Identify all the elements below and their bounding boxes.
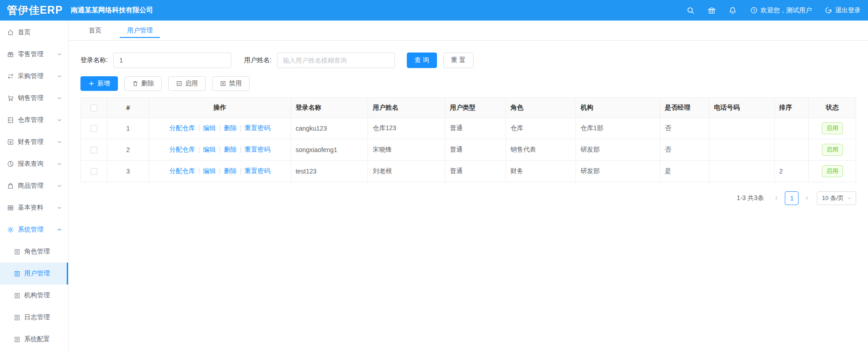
search-icon[interactable] — [686, 6, 695, 15]
row-checkbox[interactable] — [91, 147, 97, 153]
sidebar-subitem-logs[interactable]: 日志管理 — [0, 306, 68, 328]
table-row: 2 分配仓库|编辑|删除|重置密码 songxiaofeng1 宋晓锋 普通 销… — [81, 139, 856, 161]
table-row: 1 分配仓库|编辑|删除|重置密码 cangku123 仓库123 普通 仓库 … — [81, 118, 856, 139]
sidebar-subitem-roles[interactable]: 角色管理 — [0, 241, 68, 263]
sidebar-subitem-orgs[interactable]: 机构管理 — [0, 285, 68, 306]
cell-org: 研发部 — [575, 161, 660, 182]
logout-icon — [825, 6, 832, 14]
col-sort: 排序 — [774, 98, 809, 118]
assign-warehouse-link[interactable]: 分配仓库 — [169, 146, 195, 153]
grid-icon — [7, 204, 14, 211]
chevron-down-icon — [847, 195, 852, 201]
sidebar-subitem-label: 用户管理 — [24, 269, 50, 278]
reset-password-link[interactable]: 重置密码 — [245, 167, 270, 174]
bank-icon[interactable] — [707, 6, 716, 15]
cell-manager: 否 — [660, 139, 709, 161]
sidebar-item-label: 报表查询 — [18, 160, 43, 168]
assign-warehouse-link[interactable]: 分配仓库 — [169, 124, 195, 132]
sidebar-item-finance[interactable]: 财务管理 — [0, 131, 68, 153]
user-name-input[interactable] — [277, 53, 395, 68]
status-badge: 启用 — [822, 144, 843, 156]
select-all-checkbox[interactable] — [91, 105, 97, 111]
add-button[interactable]: 新增 — [80, 76, 118, 91]
sidebar-item-home[interactable]: 首页 — [0, 21, 68, 43]
tab-label: 用户管理 — [127, 26, 153, 35]
finance-icon — [7, 138, 14, 146]
logout-button[interactable]: 退出登录 — [825, 6, 861, 15]
row-checkbox[interactable] — [91, 125, 97, 132]
login-name-input[interactable] — [113, 53, 231, 68]
delete-link[interactable]: 删除 — [224, 124, 237, 132]
check-square-icon — [176, 80, 182, 87]
cell-sort: 2 — [774, 161, 809, 182]
sidebar-item-label: 财务管理 — [18, 138, 43, 146]
sidebar-subitem-config[interactable]: 系统配置 — [0, 328, 68, 350]
query-button[interactable]: 查 询 — [407, 53, 437, 68]
sidebar-subitem-label: 角色管理 — [24, 248, 50, 256]
op-separator: | — [219, 167, 221, 174]
op-separator: | — [198, 167, 200, 174]
chevron-up-icon — [57, 227, 62, 232]
next-page-button[interactable] — [800, 192, 813, 205]
welcome-text: 欢迎您，测试用户 — [761, 6, 812, 15]
page-number-1[interactable]: 1 — [785, 191, 799, 205]
chevron-down-icon — [57, 95, 62, 101]
col-ops: 操作 — [149, 98, 291, 118]
edit-link[interactable]: 编辑 — [203, 167, 216, 174]
edit-link[interactable]: 编辑 — [203, 146, 216, 153]
cell-type: 普通 — [445, 139, 506, 161]
delete-button[interactable]: 删除 — [124, 76, 162, 91]
cell-login: test123 — [291, 161, 368, 182]
cell-type: 普通 — [445, 161, 506, 182]
op-separator: | — [219, 124, 221, 132]
delete-link[interactable]: 删除 — [224, 167, 237, 174]
logout-text: 退出登录 — [835, 6, 861, 15]
sidebar-item-system[interactable]: 系统管理 — [0, 219, 68, 241]
warehouse-icon — [7, 116, 14, 124]
reset-button[interactable]: 重 置 — [443, 53, 474, 68]
enable-button[interactable]: 启用 — [168, 76, 206, 91]
status-badge: 启用 — [822, 122, 843, 134]
tab-home[interactable]: 首页 — [81, 21, 109, 40]
row-checkbox[interactable] — [91, 168, 97, 175]
bell-icon[interactable] — [728, 6, 737, 15]
col-org: 机构 — [575, 98, 660, 118]
sidebar-item-retail[interactable]: 零售管理 — [0, 43, 68, 65]
tab-user-management[interactable]: 用户管理 — [120, 21, 160, 40]
cell-name: 宋晓锋 — [368, 139, 445, 161]
assign-warehouse-link[interactable]: 分配仓库 — [169, 167, 195, 174]
sidebar-item-products[interactable]: 商品管理 — [0, 175, 68, 197]
gift-icon — [7, 51, 14, 58]
cell-role: 仓库 — [506, 118, 575, 139]
delete-link[interactable]: 删除 — [224, 146, 237, 153]
col-status: 状态 — [809, 98, 856, 118]
x-square-icon — [220, 80, 226, 87]
cell-name: 仓库123 — [368, 118, 445, 139]
disable-button[interactable]: 禁用 — [212, 76, 250, 91]
sidebar-item-label: 基本资料 — [18, 204, 43, 212]
op-separator: | — [219, 146, 221, 153]
sidebar-item-reports[interactable]: 报表查询 — [0, 153, 68, 175]
sidebar-item-sales[interactable]: 销售管理 — [0, 87, 68, 109]
page-size-value: 10 条/页 — [822, 194, 844, 202]
delete-button-label: 删除 — [141, 79, 154, 88]
cell-login: cangku123 — [291, 118, 368, 139]
sidebar-subitem-label: 机构管理 — [24, 291, 50, 300]
bag-icon — [7, 182, 14, 190]
sidebar-item-label: 销售管理 — [18, 94, 43, 102]
cell-ops: 分配仓库|编辑|删除|重置密码 — [149, 118, 291, 139]
reset-password-link[interactable]: 重置密码 — [245, 124, 270, 132]
enable-button-label: 启用 — [185, 79, 198, 88]
sidebar-item-basedata[interactable]: 基本资料 — [0, 197, 68, 219]
sidebar-item-purchase[interactable]: 采购管理 — [0, 65, 68, 87]
prev-page-button[interactable] — [770, 192, 783, 205]
reset-password-link[interactable]: 重置密码 — [245, 146, 270, 153]
welcome-user[interactable]: 欢迎您，测试用户 — [750, 6, 812, 15]
page-size-select[interactable]: 10 条/页 — [817, 191, 856, 205]
chevron-down-icon — [57, 52, 62, 57]
sidebar-subitem-users[interactable]: 用户管理 — [0, 263, 68, 285]
cell-index: 2 — [107, 139, 149, 161]
sidebar-item-warehouse[interactable]: 仓库管理 — [0, 109, 68, 131]
edit-link[interactable]: 编辑 — [203, 124, 216, 132]
top-header-bar: 管伊佳ERP 南通某某网络科技有限公司 欢迎您，测试用户 退出登录 — [0, 0, 868, 21]
